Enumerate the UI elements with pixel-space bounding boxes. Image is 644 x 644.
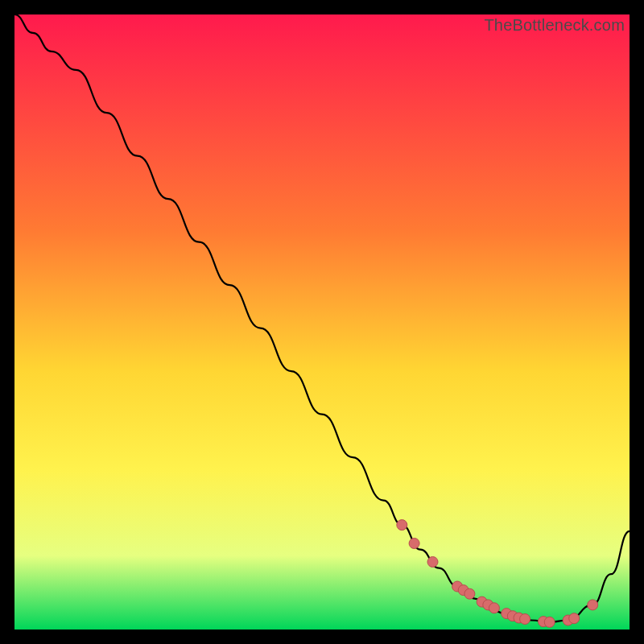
bottleneck-chart (14, 14, 630, 630)
marker-dot (489, 603, 499, 613)
marker-dot (569, 613, 580, 624)
marker-dot (520, 614, 530, 625)
watermark-label: TheBottleneck.com (479, 14, 630, 38)
marker-dot (544, 617, 555, 627)
marker-dot (427, 557, 438, 568)
marker-dot (588, 600, 598, 610)
marker-dot (397, 520, 407, 530)
marker-dot (409, 539, 419, 549)
gradient-background (14, 14, 630, 630)
chart-frame: TheBottleneck.com (14, 14, 630, 630)
marker-dot (464, 588, 475, 599)
